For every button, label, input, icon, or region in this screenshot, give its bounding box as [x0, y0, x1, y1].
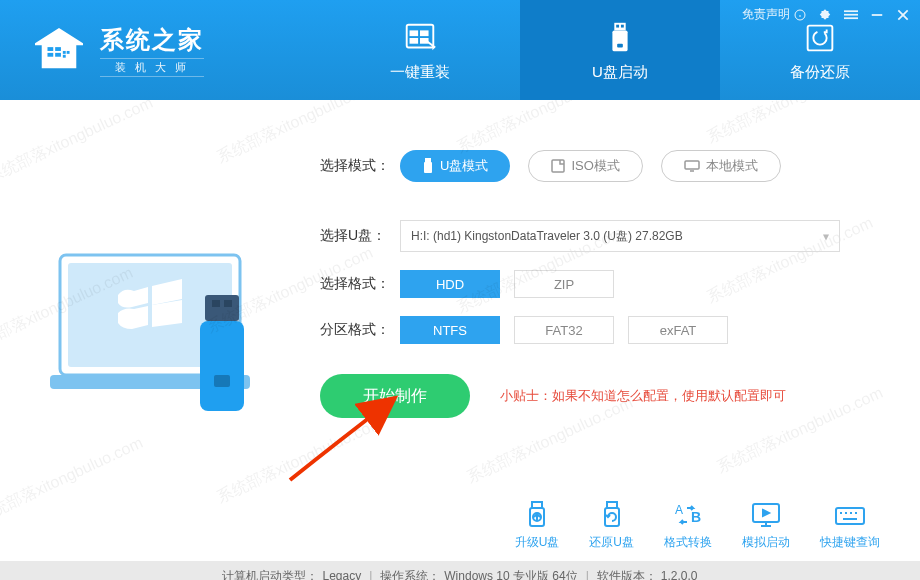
svg-point-27 [813, 31, 826, 44]
usb-icon [601, 19, 639, 57]
form: 选择模式： U盘模式 ISO模式 本地模式 选择U盘： H:I: (hd1) K… [300, 130, 890, 500]
partition-ntfs[interactable]: NTFS [400, 316, 500, 344]
version-value: 1.2.0.0 [661, 569, 698, 580]
separator: | [586, 569, 589, 580]
svg-rect-9 [47, 47, 53, 51]
tab-reinstall[interactable]: 一键重装 [320, 0, 520, 100]
svg-rect-36 [425, 158, 431, 162]
main-content: 选择模式： U盘模式 ISO模式 本地模式 选择U盘： H:I: (hd1) K… [0, 100, 920, 500]
partition-fat32[interactable]: FAT32 [514, 316, 614, 344]
logo-title: 系统之家 [100, 24, 204, 56]
svg-rect-19 [410, 38, 419, 44]
svg-text:A: A [675, 503, 683, 517]
version-label: 软件版本： [597, 568, 657, 581]
tool-label: 快捷键查询 [820, 534, 880, 551]
format-row: 选择格式： HDD ZIP [320, 270, 890, 298]
action-row: 开始制作 小贴士：如果不知道怎么配置，使用默认配置即可 [320, 374, 890, 418]
svg-rect-51 [836, 508, 864, 524]
upgrade-icon [520, 500, 554, 530]
mode-iso[interactable]: ISO模式 [528, 150, 642, 182]
os-value: Windows 10 专业版 64位 [444, 568, 577, 581]
mode-label-text: 本地模式 [706, 157, 758, 175]
start-button[interactable]: 开始制作 [320, 374, 470, 418]
tab-label: 备份还原 [790, 63, 850, 82]
tool-restore[interactable]: 还原U盘 [589, 500, 634, 551]
svg-rect-18 [420, 30, 429, 36]
tool-label: 还原U盘 [589, 534, 634, 551]
convert-icon: AB [671, 500, 705, 530]
format-label: 选择格式： [320, 275, 400, 293]
svg-rect-33 [224, 300, 232, 307]
header: 免责声明 系统之家 装 机 大 师 [0, 0, 920, 100]
illustration [30, 130, 300, 500]
svg-rect-10 [55, 47, 61, 51]
mode-row: 选择模式： U盘模式 ISO模式 本地模式 [320, 150, 890, 182]
svg-rect-15 [63, 55, 66, 58]
partition-label: 分区格式： [320, 321, 400, 339]
disk-value: H:I: (hd1) KingstonDataTraveler 3.0 (U盘)… [411, 228, 683, 245]
svg-rect-35 [214, 375, 230, 387]
separator: | [369, 569, 372, 580]
disk-label: 选择U盘： [320, 227, 400, 245]
tool-convert[interactable]: AB 格式转换 [664, 500, 712, 551]
svg-text:B: B [691, 509, 701, 525]
local-icon [684, 160, 700, 172]
svg-rect-32 [212, 300, 220, 307]
tab-label: U盘启动 [592, 63, 648, 82]
boot-type-label: 计算机启动类型： [222, 568, 318, 581]
logo: 系统之家 装 机 大 师 [0, 24, 320, 77]
tool-label: 模拟启动 [742, 534, 790, 551]
svg-rect-39 [685, 161, 699, 169]
mode-label-text: ISO模式 [571, 157, 619, 175]
mode-usb[interactable]: U盘模式 [400, 150, 510, 182]
tool-hotkey[interactable]: 快捷键查询 [820, 500, 880, 551]
tool-upgrade[interactable]: 升级U盘 [515, 500, 560, 551]
mode-label-text: U盘模式 [440, 157, 488, 175]
svg-rect-25 [617, 43, 623, 47]
tool-simulate[interactable]: 模拟启动 [742, 500, 790, 551]
svg-rect-12 [55, 53, 61, 57]
svg-rect-23 [621, 24, 624, 27]
format-zip[interactable]: ZIP [514, 270, 614, 298]
svg-rect-20 [420, 38, 429, 44]
tip-text: 小贴士：如果不知道怎么配置，使用默认配置即可 [500, 387, 786, 405]
tool-label: 升级U盘 [515, 534, 560, 551]
tool-label: 格式转换 [664, 534, 712, 551]
svg-rect-11 [47, 53, 53, 57]
os-label: 操作系统： [380, 568, 440, 581]
partition-exfat[interactable]: exFAT [628, 316, 728, 344]
main-tabs: 一键重装 U盘启动 备份还原 [320, 0, 920, 100]
tab-backup[interactable]: 备份还原 [720, 0, 920, 100]
svg-rect-38 [552, 160, 564, 172]
boot-type-value: Legacy [322, 569, 361, 580]
logo-icon [30, 26, 88, 74]
svg-rect-14 [67, 51, 70, 54]
partition-row: 分区格式： NTFS FAT32 exFAT [320, 316, 890, 344]
tab-usb-boot[interactable]: U盘启动 [520, 0, 720, 100]
backup-icon [801, 19, 839, 57]
svg-rect-21 [614, 22, 625, 30]
reinstall-icon [401, 19, 439, 57]
svg-rect-34 [200, 321, 244, 411]
disk-dropdown[interactable]: H:I: (hd1) KingstonDataTraveler 3.0 (U盘)… [400, 220, 840, 252]
hotkey-icon [833, 500, 867, 530]
svg-rect-13 [63, 51, 66, 54]
restore-icon [595, 500, 629, 530]
tab-label: 一键重装 [390, 63, 450, 82]
disk-row: 选择U盘： H:I: (hd1) KingstonDataTraveler 3.… [320, 220, 890, 252]
svg-rect-37 [424, 162, 432, 173]
svg-rect-22 [616, 24, 619, 27]
mode-local[interactable]: 本地模式 [661, 150, 781, 182]
svg-rect-17 [410, 30, 419, 36]
simulate-icon [749, 500, 783, 530]
statusbar: 计算机启动类型： Legacy | 操作系统： Windows 10 专业版 6… [0, 561, 920, 580]
mode-label: 选择模式： [320, 157, 400, 175]
logo-subtitle: 装 机 大 师 [100, 58, 204, 77]
iso-icon [551, 159, 565, 173]
bottom-tools: 升级U盘 还原U盘 AB 格式转换 模拟启动 快捷键查询 [0, 500, 920, 561]
svg-rect-26 [808, 25, 833, 50]
svg-rect-24 [612, 30, 627, 51]
format-hdd[interactable]: HDD [400, 270, 500, 298]
usb-small-icon [422, 158, 434, 174]
svg-rect-31 [205, 295, 239, 321]
